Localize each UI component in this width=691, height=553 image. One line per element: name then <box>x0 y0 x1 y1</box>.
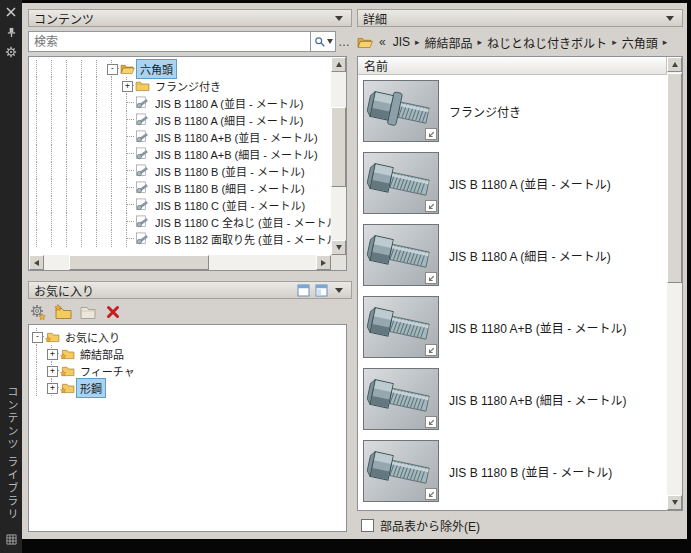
breadcrumb-back-chevrons[interactable]: « <box>377 35 388 49</box>
chevron-down-icon[interactable] <box>663 12 677 24</box>
scroll-right-icon[interactable] <box>316 255 331 270</box>
tree-guide <box>89 196 104 213</box>
expand-icon[interactable]: + <box>47 366 58 377</box>
exclude-checkbox[interactable] <box>361 519 374 532</box>
tree-guide <box>59 145 74 162</box>
tree-item[interactable]: -お気に入り <box>29 328 346 345</box>
folder-star-icon <box>59 362 76 379</box>
breadcrumb-item[interactable]: 六角頭 <box>619 33 661 52</box>
vscroll-thumb[interactable] <box>667 73 682 283</box>
part-thumbnail[interactable] <box>363 152 439 214</box>
detail-row[interactable]: JIS B 1180 A+B (並目 - メートル) <box>358 291 667 363</box>
vscroll-thumb[interactable] <box>331 107 346 187</box>
tree-item[interactable]: JIS B 1180 C (並目 - メートル) <box>29 196 331 213</box>
search-options-button[interactable]: … <box>336 31 352 52</box>
hscroll-thumb[interactable] <box>69 255 209 270</box>
tree-item[interactable]: +フランジ付き <box>29 77 331 94</box>
tree-guide <box>29 111 44 128</box>
preview-corner-icon <box>425 488 437 500</box>
expand-icon[interactable]: + <box>47 349 58 360</box>
grid-icon[interactable] <box>3 531 19 547</box>
expand-icon[interactable]: + <box>47 383 58 394</box>
detail-row[interactable]: JIS B 1180 B (並目 - メートル) <box>358 435 667 507</box>
breadcrumb-item[interactable]: JIS <box>390 34 413 50</box>
tree-guide <box>74 179 89 196</box>
tree-item[interactable]: JIS B 1180 A+B (細目 - メートル) <box>29 145 331 162</box>
tree-item[interactable]: JIS B 1180 A (並目 - メートル) <box>29 94 331 111</box>
tree-item[interactable]: -六角頭 <box>29 60 331 77</box>
part-thumbnail[interactable] <box>363 80 439 142</box>
chevron-down-icon[interactable] <box>332 284 346 296</box>
breadcrumb: « JIS▸締結部品▸ねじとねじ付きボルト▸六角頭▸ <box>357 31 683 53</box>
folder-star-icon <box>44 328 61 345</box>
tree-guide <box>119 111 134 128</box>
delete-favorite-button[interactable] <box>103 302 123 322</box>
tree-guide <box>74 94 89 111</box>
tree-item[interactable]: +形鋼 <box>29 379 346 396</box>
part-thumbnail[interactable] <box>363 440 439 502</box>
breadcrumb-folder-icon[interactable] <box>357 36 373 49</box>
detail-row[interactable]: JIS B 1180 A+B (細目 - メートル) <box>358 363 667 435</box>
breadcrumb-separator-icon[interactable]: ▸ <box>415 37 420 47</box>
tree-guide <box>59 196 74 213</box>
scroll-up-icon[interactable] <box>331 57 346 72</box>
content-tree-vscrollbar[interactable] <box>331 57 346 255</box>
scroll-down-icon[interactable] <box>667 495 682 510</box>
collapse-icon[interactable]: - <box>32 332 43 343</box>
tree-guide <box>74 145 89 162</box>
breadcrumb-separator-icon[interactable]: ▸ <box>478 37 483 47</box>
folder-star-icon <box>59 379 76 396</box>
part-thumbnail[interactable] <box>363 224 439 286</box>
tree-item[interactable]: JIS B 1180 B (細目 - メートル) <box>29 179 331 196</box>
gear-icon[interactable] <box>3 44 19 60</box>
breadcrumb-separator-icon[interactable]: ▸ <box>663 37 668 47</box>
scroll-up-icon[interactable] <box>667 57 682 72</box>
tree-item[interactable]: JIS B 1182 面取り先 (並目 - メートル) <box>29 230 331 247</box>
tree-item[interactable]: JIS B 1180 A (細目 - メートル) <box>29 111 331 128</box>
tree-guide <box>59 77 74 94</box>
search-input[interactable] <box>28 31 310 52</box>
detail-item-name: JIS B 1180 A (細目 - メートル) <box>449 247 611 264</box>
details-panel-header: 詳細 <box>357 9 683 27</box>
details-vscrollbar[interactable] <box>667 57 682 510</box>
collapse-icon[interactable]: - <box>107 64 118 75</box>
view-split-icon[interactable] <box>314 284 328 296</box>
favorites-settings-button[interactable] <box>28 302 48 322</box>
detail-row[interactable]: JIS B 1180 A (細目 - メートル) <box>358 219 667 291</box>
content-tree-hscrollbar[interactable] <box>29 255 331 270</box>
scroll-down-icon[interactable] <box>331 240 346 255</box>
tree-item[interactable]: JIS B 1180 B (並目 - メートル) <box>29 162 331 179</box>
tree-guide <box>89 94 104 111</box>
breadcrumb-item[interactable]: 締結部品 <box>422 33 476 52</box>
breadcrumb-separator-icon[interactable]: ▸ <box>612 37 617 47</box>
new-folder-button[interactable] <box>53 302 73 322</box>
tree-guide <box>59 162 74 179</box>
part-icon <box>134 145 151 162</box>
part-thumbnail[interactable] <box>363 296 439 358</box>
tree-guide <box>59 60 74 77</box>
scroll-left-icon[interactable] <box>29 255 44 270</box>
search-icon[interactable] <box>310 31 336 52</box>
tree-guide: + <box>44 362 59 379</box>
tree-item[interactable]: JIS B 1180 A+B (並目 - メートル) <box>29 128 331 145</box>
detail-row[interactable]: JIS B 1180 A (並目 - メートル) <box>358 147 667 219</box>
detail-row[interactable]: フランジ付き <box>358 75 667 147</box>
part-icon <box>134 196 151 213</box>
tree-guide <box>59 111 74 128</box>
part-thumbnail[interactable] <box>363 368 439 430</box>
panel-splitter[interactable] <box>28 272 352 280</box>
breadcrumb-item[interactable]: ねじとねじ付きボルト <box>484 33 610 52</box>
tree-guide <box>104 111 119 128</box>
pin-icon[interactable] <box>3 24 19 40</box>
tree-item[interactable]: +締結部品 <box>29 345 346 362</box>
tree-guide <box>104 128 119 145</box>
chevron-down-icon[interactable] <box>332 12 346 24</box>
view-window-icon[interactable] <box>296 284 310 296</box>
tree-item[interactable]: JIS B 1180 C 全ねじ (並目 - メートル) <box>29 213 331 230</box>
expand-icon[interactable]: + <box>122 81 133 92</box>
name-column-header[interactable]: 名前 <box>358 57 667 75</box>
close-icon[interactable] <box>3 4 19 20</box>
tree-item[interactable]: +フィーチャ <box>29 362 346 379</box>
rename-folder-button[interactable] <box>78 302 98 322</box>
favorites-tree: -お気に入り+締結部品+フィーチャ+形鋼 <box>28 324 347 532</box>
